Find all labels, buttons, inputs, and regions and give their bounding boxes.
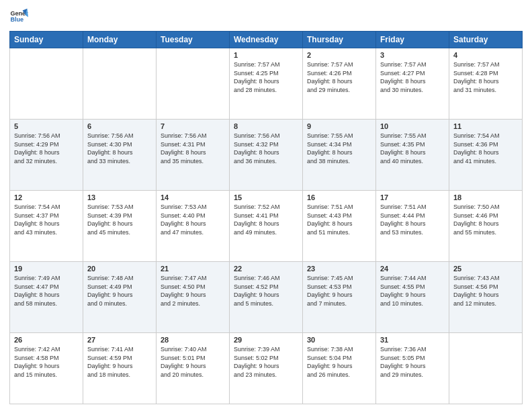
day-number: 14: [161, 193, 225, 201]
day-info: Sunrise: 7:50 AM Sunset: 4:46 PM Dayligh…: [453, 203, 518, 236]
calendar-cell: 22Sunrise: 7:46 AM Sunset: 4:52 PM Dayli…: [230, 262, 303, 333]
day-info: Sunrise: 7:51 AM Sunset: 4:44 PM Dayligh…: [380, 203, 445, 236]
calendar-cell: 13Sunrise: 7:53 AM Sunset: 4:39 PM Dayli…: [83, 191, 157, 262]
day-number: 12: [14, 193, 79, 201]
calendar-day-header: Thursday: [303, 32, 376, 48]
day-number: 13: [87, 193, 152, 201]
day-number: 3: [380, 51, 445, 59]
day-number: 22: [234, 265, 298, 273]
calendar-table: SundayMondayTuesdayWednesdayThursdayFrid…: [9, 31, 523, 404]
day-number: 9: [307, 122, 371, 130]
day-info: Sunrise: 7:41 AM Sunset: 4:59 PM Dayligh…: [87, 345, 152, 379]
calendar-cell: 6Sunrise: 7:56 AM Sunset: 4:30 PM Daylig…: [83, 120, 157, 191]
day-number: 28: [161, 336, 225, 344]
day-info: Sunrise: 7:40 AM Sunset: 5:01 PM Dayligh…: [161, 345, 225, 379]
day-info: Sunrise: 7:54 AM Sunset: 4:37 PM Dayligh…: [14, 203, 79, 236]
day-info: Sunrise: 7:54 AM Sunset: 4:36 PM Dayligh…: [453, 132, 518, 165]
day-info: Sunrise: 7:57 AM Sunset: 4:26 PM Dayligh…: [307, 60, 371, 94]
calendar-week-row: 26Sunrise: 7:42 AM Sunset: 4:58 PM Dayli…: [10, 333, 523, 404]
calendar-cell: 1Sunrise: 7:57 AM Sunset: 4:25 PM Daylig…: [230, 48, 303, 120]
day-info: Sunrise: 7:48 AM Sunset: 4:49 PM Dayligh…: [87, 274, 152, 308]
calendar-cell: 20Sunrise: 7:48 AM Sunset: 4:49 PM Dayli…: [83, 262, 157, 333]
day-number: 29: [234, 336, 298, 344]
day-number: 20: [87, 265, 152, 273]
calendar-week-row: 12Sunrise: 7:54 AM Sunset: 4:37 PM Dayli…: [10, 191, 523, 262]
day-info: Sunrise: 7:52 AM Sunset: 4:41 PM Dayligh…: [234, 203, 298, 236]
day-info: Sunrise: 7:47 AM Sunset: 4:50 PM Dayligh…: [161, 274, 225, 308]
day-info: Sunrise: 7:51 AM Sunset: 4:43 PM Dayligh…: [307, 203, 371, 236]
calendar-cell: [83, 48, 157, 120]
calendar-week-row: 5Sunrise: 7:56 AM Sunset: 4:29 PM Daylig…: [10, 120, 523, 191]
calendar-cell: 10Sunrise: 7:55 AM Sunset: 4:35 PM Dayli…: [376, 120, 449, 191]
day-number: 21: [161, 265, 225, 273]
day-number: 4: [453, 51, 518, 59]
day-number: 15: [234, 193, 298, 201]
calendar-cell: 27Sunrise: 7:41 AM Sunset: 4:59 PM Dayli…: [83, 333, 157, 404]
calendar-cell: 9Sunrise: 7:55 AM Sunset: 4:34 PM Daylig…: [303, 120, 376, 191]
calendar-day-header: Monday: [83, 32, 157, 48]
logo: General Blue: [9, 7, 28, 26]
calendar-cell: 18Sunrise: 7:50 AM Sunset: 4:46 PM Dayli…: [449, 191, 523, 262]
day-info: Sunrise: 7:39 AM Sunset: 5:02 PM Dayligh…: [234, 345, 298, 379]
day-info: Sunrise: 7:38 AM Sunset: 5:04 PM Dayligh…: [307, 345, 371, 379]
day-number: 30: [307, 336, 371, 344]
day-number: 10: [380, 122, 445, 130]
calendar-day-header: Wednesday: [230, 32, 303, 48]
calendar-cell: 31Sunrise: 7:36 AM Sunset: 5:05 PM Dayli…: [376, 333, 449, 404]
day-info: Sunrise: 7:43 AM Sunset: 4:56 PM Dayligh…: [453, 274, 518, 308]
logo-icon: General Blue: [9, 7, 28, 26]
day-number: 25: [453, 265, 518, 273]
day-info: Sunrise: 7:55 AM Sunset: 4:35 PM Dayligh…: [380, 132, 445, 165]
calendar-day-header: Saturday: [449, 32, 523, 48]
day-number: 11: [453, 122, 518, 130]
calendar-cell: 15Sunrise: 7:52 AM Sunset: 4:41 PM Dayli…: [230, 191, 303, 262]
day-info: Sunrise: 7:57 AM Sunset: 4:25 PM Dayligh…: [234, 60, 298, 94]
calendar-cell: 23Sunrise: 7:45 AM Sunset: 4:53 PM Dayli…: [303, 262, 376, 333]
calendar-cell: 11Sunrise: 7:54 AM Sunset: 4:36 PM Dayli…: [449, 120, 523, 191]
day-number: 23: [307, 265, 371, 273]
day-number: 17: [380, 193, 445, 201]
calendar-cell: 2Sunrise: 7:57 AM Sunset: 4:26 PM Daylig…: [303, 48, 376, 120]
day-info: Sunrise: 7:44 AM Sunset: 4:55 PM Dayligh…: [380, 274, 445, 308]
day-number: 7: [161, 122, 225, 130]
day-number: 26: [14, 336, 79, 344]
calendar-cell: 7Sunrise: 7:56 AM Sunset: 4:31 PM Daylig…: [157, 120, 230, 191]
day-info: Sunrise: 7:57 AM Sunset: 4:27 PM Dayligh…: [380, 60, 445, 94]
calendar-header-row: SundayMondayTuesdayWednesdayThursdayFrid…: [10, 32, 523, 48]
calendar-cell: [10, 48, 83, 120]
calendar-cell: 24Sunrise: 7:44 AM Sunset: 4:55 PM Dayli…: [376, 262, 449, 333]
calendar-cell: 16Sunrise: 7:51 AM Sunset: 4:43 PM Dayli…: [303, 191, 376, 262]
day-number: 27: [87, 336, 152, 344]
calendar-day-header: Sunday: [10, 32, 83, 48]
calendar-cell: 28Sunrise: 7:40 AM Sunset: 5:01 PM Dayli…: [157, 333, 230, 404]
calendar-week-row: 1Sunrise: 7:57 AM Sunset: 4:25 PM Daylig…: [10, 48, 523, 120]
day-info: Sunrise: 7:56 AM Sunset: 4:32 PM Dayligh…: [234, 132, 298, 165]
day-info: Sunrise: 7:56 AM Sunset: 4:30 PM Dayligh…: [87, 132, 152, 165]
day-info: Sunrise: 7:53 AM Sunset: 4:40 PM Dayligh…: [161, 203, 225, 236]
day-info: Sunrise: 7:45 AM Sunset: 4:53 PM Dayligh…: [307, 274, 371, 308]
day-info: Sunrise: 7:36 AM Sunset: 5:05 PM Dayligh…: [380, 345, 445, 379]
day-info: Sunrise: 7:57 AM Sunset: 4:28 PM Dayligh…: [453, 60, 518, 94]
day-info: Sunrise: 7:55 AM Sunset: 4:34 PM Dayligh…: [307, 132, 371, 165]
calendar-cell: 29Sunrise: 7:39 AM Sunset: 5:02 PM Dayli…: [230, 333, 303, 404]
day-number: 19: [14, 265, 79, 273]
day-info: Sunrise: 7:56 AM Sunset: 4:31 PM Dayligh…: [161, 132, 225, 165]
day-info: Sunrise: 7:53 AM Sunset: 4:39 PM Dayligh…: [87, 203, 152, 236]
day-info: Sunrise: 7:42 AM Sunset: 4:58 PM Dayligh…: [14, 345, 79, 379]
calendar-cell: 14Sunrise: 7:53 AM Sunset: 4:40 PM Dayli…: [157, 191, 230, 262]
calendar-cell: 4Sunrise: 7:57 AM Sunset: 4:28 PM Daylig…: [449, 48, 523, 120]
calendar-cell: 8Sunrise: 7:56 AM Sunset: 4:32 PM Daylig…: [230, 120, 303, 191]
calendar-cell: 30Sunrise: 7:38 AM Sunset: 5:04 PM Dayli…: [303, 333, 376, 404]
calendar-cell: 3Sunrise: 7:57 AM Sunset: 4:27 PM Daylig…: [376, 48, 449, 120]
svg-text:Blue: Blue: [10, 16, 24, 23]
calendar-day-header: Tuesday: [157, 32, 230, 48]
calendar-cell: 5Sunrise: 7:56 AM Sunset: 4:29 PM Daylig…: [10, 120, 83, 191]
calendar-day-header: Friday: [376, 32, 449, 48]
day-number: 18: [453, 193, 518, 201]
calendar-cell: 25Sunrise: 7:43 AM Sunset: 4:56 PM Dayli…: [449, 262, 523, 333]
day-info: Sunrise: 7:56 AM Sunset: 4:29 PM Dayligh…: [14, 132, 79, 165]
page-header: General Blue: [9, 7, 523, 26]
day-number: 1: [234, 51, 298, 59]
day-number: 2: [307, 51, 371, 59]
day-info: Sunrise: 7:49 AM Sunset: 4:47 PM Dayligh…: [14, 274, 79, 308]
